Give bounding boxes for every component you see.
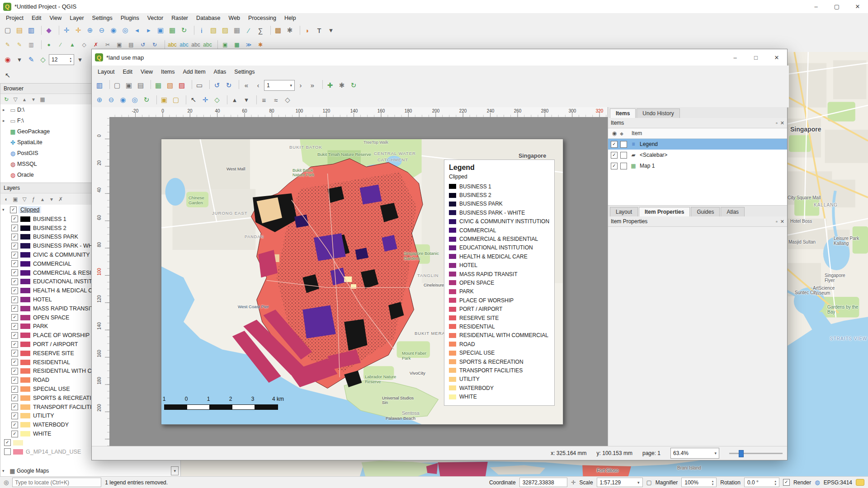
export-pdf-icon[interactable]: ▨ — [176, 80, 188, 91]
expand-all-layers-icon[interactable]: ▴ — [38, 195, 47, 203]
items-tree-row[interactable]: ✓ ▰ <Scalebar> — [608, 150, 787, 160]
zoom-full-icon[interactable]: ◎ — [129, 94, 141, 105]
font-size-combo[interactable]: 12 ▴▾ — [49, 54, 74, 65]
current-edits-icon[interactable]: ◉ — [2, 54, 14, 65]
close-button[interactable]: ✕ — [847, 0, 868, 13]
layer-checkbox[interactable]: ✓ — [11, 413, 18, 419]
layer-checkbox[interactable]: ✓ — [11, 377, 18, 384]
zoom-out-icon[interactable]: ⊖ — [105, 94, 117, 105]
extents-toggle-icon[interactable]: ✛ — [571, 479, 576, 486]
save-project-icon[interactable]: ▥ — [25, 25, 37, 36]
first-feature-icon[interactable]: « — [241, 80, 252, 91]
layout-maximize-button[interactable]: □ — [745, 49, 766, 66]
add-point-icon[interactable]: ● — [43, 39, 55, 50]
maximize-button[interactable]: ▢ — [826, 0, 847, 13]
item-visibility-checkbox[interactable]: ✓ — [611, 152, 618, 159]
print-icon[interactable]: ▭ — [193, 80, 205, 91]
zoom-slider-handle[interactable] — [739, 450, 744, 457]
export-svg-icon[interactable]: ▧ — [164, 80, 176, 91]
layout-canvas[interactable]: TreeTop WalkBUKIT BATOKBukit Timah Natur… — [109, 117, 608, 446]
zoom-level-combo[interactable]: 63.4% ▾ — [670, 448, 719, 459]
layout-manager-icon[interactable]: ▤ — [135, 80, 146, 91]
menu-item[interactable]: Items — [157, 67, 179, 76]
vertex-tool-icon[interactable]: ◇ — [37, 54, 49, 65]
zoom-slider[interactable] — [729, 450, 783, 457]
layer-checkbox[interactable]: ✓ — [4, 439, 11, 446]
zoom-full-icon[interactable]: ◎ — [119, 25, 131, 36]
new-layout-icon[interactable]: ▢ — [111, 80, 123, 91]
toggle-editing-icon[interactable]: ✎ — [14, 39, 25, 50]
layer-checkbox[interactable]: ✓ — [11, 341, 18, 348]
layer-checkbox[interactable]: ✓ — [11, 216, 18, 222]
layer-checkbox[interactable]: ✓ — [11, 305, 18, 312]
float-panel-icon[interactable]: ▫ — [776, 120, 778, 126]
filter-browser-icon[interactable]: ▽ — [11, 95, 20, 103]
legend-item[interactable]: Legend Clipped BUSINESS 1 — [444, 160, 555, 406]
layer-checkbox[interactable]: ✓ — [11, 386, 18, 393]
map-tips-icon[interactable]: ◗ — [302, 25, 313, 36]
messages-icon[interactable] — [856, 479, 864, 486]
undo-icon[interactable]: ↺ — [211, 80, 223, 91]
locate-input[interactable] — [12, 478, 101, 487]
layout-properties-icon[interactable]: ✱ — [336, 80, 348, 91]
select-tool-icon[interactable]: ↖ — [2, 70, 14, 81]
layer-checkbox[interactable]: ✓ — [11, 234, 18, 240]
layer-checkbox[interactable]: ✓ — [11, 332, 18, 339]
lower-items-icon[interactable]: ▾ — [241, 94, 252, 105]
new-project-icon[interactable]: ▢ — [2, 25, 14, 36]
style-manager-icon[interactable]: ◆ — [43, 25, 55, 36]
layer-checkbox[interactable]: ✓ — [11, 368, 18, 375]
item-visibility-checkbox[interactable]: ✓ — [611, 141, 618, 148]
basemap-expand-icon[interactable]: ▾ — [2, 469, 8, 473]
rotation-spinbox[interactable]: 0.0 ° ▴▾ — [744, 478, 779, 487]
zoom-in-icon[interactable]: ⊕ — [94, 94, 105, 105]
coordinate-input[interactable]: 32872,33838 — [519, 478, 567, 487]
menu-item[interactable]: Web — [225, 14, 244, 23]
deselect-icon[interactable]: ▨ — [219, 25, 231, 36]
menu-item[interactable]: View — [45, 14, 66, 23]
duplicate-layout-icon[interactable]: ▣ — [123, 80, 135, 91]
menu-item[interactable]: Settings — [230, 67, 259, 76]
float-panel-icon[interactable]: ▫ — [776, 219, 778, 224]
layer-checkbox[interactable]: ✓ — [11, 431, 18, 437]
menu-item[interactable]: Edit — [28, 14, 46, 23]
resize-items-icon[interactable]: ◇ — [282, 94, 293, 105]
add-polygon-icon[interactable]: ▲ — [66, 39, 78, 50]
add-line-icon[interactable]: ∕ — [55, 39, 66, 50]
current-edits-icon[interactable]: ✎ — [2, 39, 14, 50]
export-image-icon[interactable]: ▦ — [152, 80, 164, 91]
tab-undo-history[interactable]: Undo History — [637, 108, 679, 118]
minimize-button[interactable]: – — [806, 0, 826, 13]
zoom-out-icon[interactable]: ⊖ — [96, 25, 108, 36]
move-item-content-icon[interactable]: ✛ — [199, 94, 211, 105]
menu-item[interactable]: Database — [192, 14, 225, 23]
menu-item[interactable]: Layer — [66, 14, 88, 23]
tab-item-properties[interactable]: Item Properties — [639, 207, 690, 216]
group-expand-icon[interactable]: ▾ — [2, 207, 8, 212]
zoom-last-icon[interactable]: ◂ — [131, 25, 143, 36]
new-map-view-icon[interactable]: ▦ — [166, 25, 178, 36]
remove-layer-icon[interactable]: ✗ — [56, 195, 65, 203]
menu-item[interactable]: Processing — [244, 14, 280, 23]
items-tree-row[interactable]: ✓ ≡ Legend — [608, 139, 787, 150]
layout-close-button[interactable]: ✕ — [766, 49, 787, 66]
layer-checkbox[interactable]: ✓ — [11, 243, 18, 249]
statistical-summary-icon[interactable]: ∑ — [255, 25, 266, 36]
zoom-actual-icon[interactable]: ◉ — [117, 94, 129, 105]
scale-combo[interactable]: 1:57,129▾ — [597, 478, 643, 487]
item-lock-checkbox[interactable] — [620, 163, 627, 169]
menu-item[interactable]: View — [137, 67, 157, 76]
measure-icon[interactable]: ∕ — [243, 25, 255, 36]
refresh-view-icon[interactable]: ↻ — [348, 80, 359, 91]
layer-checkbox[interactable]: ✓ — [11, 225, 18, 231]
basemap-layer-row[interactable]: ▾ ▦ Google Maps ▾ — [0, 466, 180, 476]
tab-guides[interactable]: Guides — [691, 207, 720, 216]
annotation-dropdown-icon[interactable]: ▾ — [325, 25, 337, 36]
close-panel-icon[interactable]: ✕ — [780, 219, 784, 225]
layer-checkbox[interactable]: ✓ — [11, 287, 18, 294]
add-pages-icon[interactable]: ✚ — [324, 80, 336, 91]
menu-item[interactable]: Add Item — [179, 67, 210, 76]
layer-checkbox[interactable]: ✓ — [11, 296, 18, 303]
refresh-layout-icon[interactable]: ↻ — [141, 94, 152, 105]
magnifier-spinbox[interactable]: 100% ▴▾ — [681, 478, 717, 487]
